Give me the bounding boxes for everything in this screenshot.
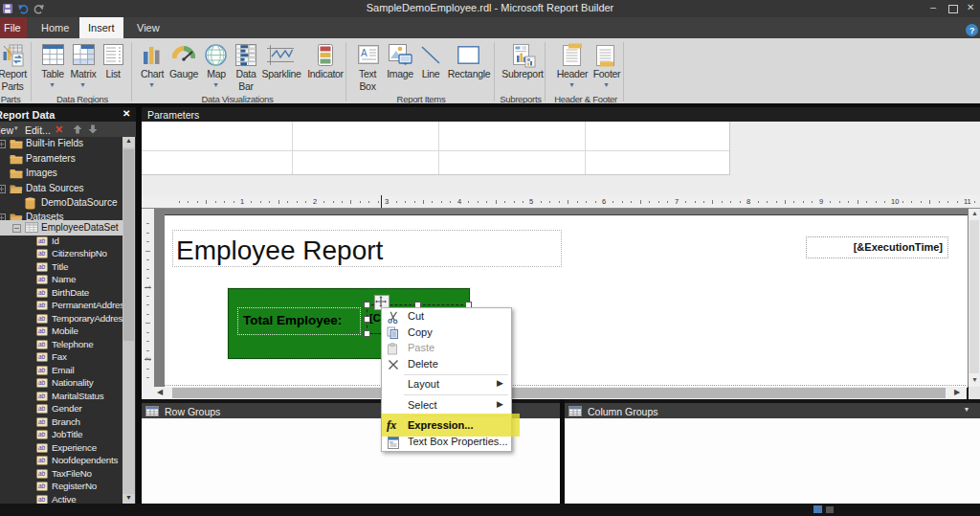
svg-text:ab: ab	[38, 315, 46, 322]
svg-text:ab: ab	[38, 457, 46, 463]
svg-text:ab: ab	[38, 341, 46, 348]
svg-text:ab: ab	[38, 367, 46, 373]
svg-text:ab: ab	[38, 482, 46, 489]
svg-text:ab: ab	[38, 327, 46, 334]
svg-text:ab: ab	[38, 444, 46, 451]
svg-text:ab: ab	[38, 250, 46, 257]
svg-text:ab: ab	[38, 263, 46, 270]
svg-text:ab: ab	[38, 431, 46, 437]
svg-text:ab: ab	[38, 353, 46, 360]
svg-text:ab: ab	[38, 470, 46, 477]
svg-text:A: A	[361, 48, 368, 58]
svg-text:ab: ab	[38, 379, 46, 386]
svg-text:ab: ab	[38, 405, 46, 412]
svg-text:ab: ab	[38, 496, 46, 503]
svg-text:ab: ab	[38, 276, 46, 282]
svg-text:ab: ab	[38, 237, 46, 244]
svg-text:ab: ab	[38, 289, 46, 296]
svg-text:ab: ab	[38, 418, 46, 425]
svg-text:ab: ab	[38, 393, 46, 399]
svg-text:ab: ab	[38, 302, 46, 308]
